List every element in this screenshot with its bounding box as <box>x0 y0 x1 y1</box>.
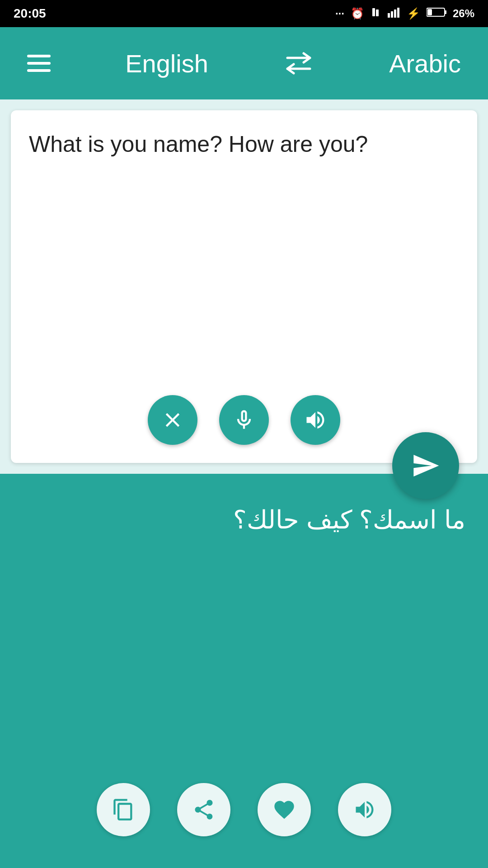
status-bar: 20:05 ··· ⏰ ⚡ 26% <box>0 0 488 27</box>
output-panel: ما اسمك؟ كيف حالك؟ <box>0 474 488 868</box>
share-button[interactable] <box>177 783 230 836</box>
swap-languages-button[interactable] <box>283 50 314 77</box>
copy-button[interactable] <box>97 783 150 836</box>
output-actions <box>23 783 465 850</box>
favorite-button[interactable] <box>258 783 311 836</box>
source-language-label[interactable]: English <box>125 49 208 78</box>
svg-rect-8 <box>427 9 432 15</box>
svg-rect-3 <box>391 11 393 18</box>
svg-rect-0 <box>372 8 375 16</box>
bolt-icon: ⚡ <box>407 7 420 20</box>
menu-button[interactable] <box>27 55 51 72</box>
signal-icon <box>388 7 400 20</box>
svg-rect-7 <box>445 10 446 14</box>
alarm-icon: ⏰ <box>351 7 364 20</box>
listen-button[interactable] <box>338 783 391 836</box>
status-icons: ··· ⏰ ⚡ 26% <box>335 7 474 20</box>
status-time: 20:05 <box>14 6 46 21</box>
battery-pct: 26% <box>453 7 474 20</box>
input-panel <box>11 110 477 463</box>
target-language-label[interactable]: Arabic <box>389 49 461 78</box>
sim-icon <box>371 7 381 20</box>
battery-icon <box>427 7 446 20</box>
input-textarea[interactable] <box>29 128 459 386</box>
microphone-button[interactable] <box>219 395 269 445</box>
input-actions <box>29 395 459 449</box>
translate-button[interactable] <box>392 432 459 499</box>
main-content: ما اسمك؟ كيف حالك؟ <box>0 99 488 868</box>
speak-button[interactable] <box>291 395 340 445</box>
top-bar: English Arabic <box>0 27 488 99</box>
svg-rect-1 <box>376 9 379 16</box>
svg-rect-5 <box>397 8 399 18</box>
more-dots-icon: ··· <box>335 7 344 20</box>
clear-button[interactable] <box>148 395 197 445</box>
translated-text: ما اسمك؟ كيف حالك؟ <box>23 501 465 783</box>
svg-rect-2 <box>388 13 390 18</box>
svg-rect-4 <box>394 9 396 18</box>
